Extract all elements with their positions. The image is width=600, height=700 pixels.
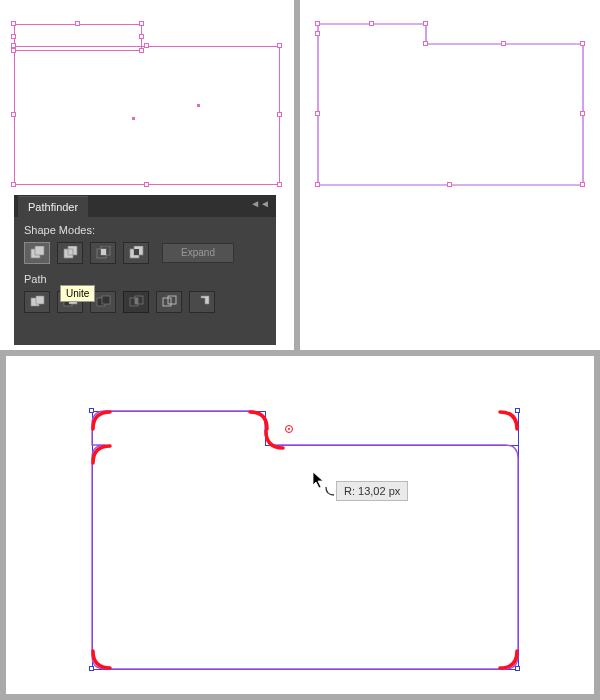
svg-rect-17 — [163, 298, 171, 306]
pathfinders-row — [14, 289, 276, 319]
exclude-button[interactable] — [123, 242, 149, 264]
shape-modes-row: Expand — [14, 240, 276, 270]
minus-back-icon — [195, 295, 210, 310]
svg-rect-16 — [135, 298, 138, 304]
anchor-point[interactable] — [139, 21, 144, 26]
large-rectangle-shape[interactable] — [14, 46, 280, 185]
crop-button[interactable] — [123, 291, 149, 313]
anchor-point[interactable] — [423, 21, 428, 26]
cursor — [312, 471, 326, 493]
merge-icon — [96, 295, 111, 310]
minus-front-icon — [63, 246, 78, 261]
anchor-point[interactable] — [11, 48, 16, 53]
selection-handle[interactable] — [515, 666, 520, 671]
cursor-arc-icon — [324, 485, 336, 499]
anchor-point[interactable] — [369, 21, 374, 26]
unite-icon — [30, 246, 45, 261]
outline-icon — [162, 295, 177, 310]
anchor-point[interactable] — [315, 31, 320, 36]
anchor-point[interactable] — [580, 111, 585, 116]
crop-icon — [129, 295, 144, 310]
unite-button[interactable] — [24, 242, 50, 264]
anchor-point[interactable] — [277, 112, 282, 117]
artboard-left[interactable] — [14, 24, 280, 185]
anchor-point[interactable] — [11, 21, 16, 26]
exclude-icon — [129, 246, 144, 261]
selection-handle[interactable] — [515, 408, 520, 413]
svg-rect-1 — [35, 246, 44, 255]
expand-button[interactable]: Expand — [162, 243, 234, 263]
svg-rect-18 — [168, 296, 176, 304]
anchor-point[interactable] — [11, 182, 16, 187]
intersect-button[interactable] — [90, 242, 116, 264]
anchor-point[interactable] — [277, 43, 282, 48]
anchor-point[interactable] — [501, 41, 506, 46]
anchor-point[interactable] — [75, 21, 80, 26]
svg-rect-7 — [134, 249, 139, 255]
corner-arc-tl — [90, 409, 118, 437]
corner-arc-tr — [492, 409, 520, 437]
top-right-pane — [300, 0, 594, 350]
anchor-point[interactable] — [11, 112, 16, 117]
anchor-point[interactable] — [11, 43, 16, 48]
svg-rect-13 — [102, 296, 110, 304]
pathfinder-panel: Pathfinder ◄◄ Shape Modes: Expand Path — [14, 195, 276, 345]
corner-arc-tl2 — [90, 443, 118, 471]
anchor-point[interactable] — [315, 182, 320, 187]
top-left-pane: Pathfinder ◄◄ Shape Modes: Expand Path — [0, 0, 300, 350]
shape-modes-label: Shape Modes: — [14, 217, 276, 240]
center-mark — [132, 117, 135, 120]
folder-outline — [90, 409, 520, 671]
panel-header: Pathfinder ◄◄ — [14, 195, 276, 217]
collapse-icon[interactable]: ◄◄ — [250, 198, 270, 209]
artboard-right[interactable] — [318, 24, 583, 186]
anchor-point[interactable] — [144, 182, 149, 187]
divide-button[interactable] — [24, 291, 50, 313]
svg-rect-4 — [101, 249, 106, 255]
intersect-icon — [96, 246, 111, 261]
bottom-canvas[interactable]: R: 13,02 px — [6, 356, 594, 694]
anchor-point[interactable] — [139, 48, 144, 53]
radius-tooltip: R: 13,02 px — [336, 481, 408, 501]
panel-tab[interactable]: Pathfinder — [18, 196, 88, 217]
center-mark — [197, 104, 200, 107]
selection-handle[interactable] — [89, 408, 94, 413]
anchor-point[interactable] — [139, 34, 144, 39]
minus-front-button[interactable] — [57, 242, 83, 264]
outline-button[interactable] — [156, 291, 182, 313]
small-rectangle-shape[interactable] — [14, 24, 142, 51]
anchor-point[interactable] — [580, 41, 585, 46]
anchor-point[interactable] — [423, 41, 428, 46]
minus-back-button[interactable] — [189, 291, 215, 313]
folder-path-shape[interactable] — [317, 23, 585, 188]
anchor-point[interactable] — [580, 182, 585, 187]
anchor-point[interactable] — [277, 182, 282, 187]
anchor-point[interactable] — [315, 111, 320, 116]
top-section: Pathfinder ◄◄ Shape Modes: Expand Path — [0, 0, 600, 350]
pathfinders-label: Path — [14, 270, 276, 289]
live-corner-widget[interactable] — [285, 425, 293, 433]
selection-handle[interactable] — [89, 666, 94, 671]
anchor-point[interactable] — [447, 182, 452, 187]
svg-rect-9 — [36, 296, 44, 304]
bottom-section: R: 13,02 px — [0, 350, 600, 700]
anchor-point[interactable] — [315, 21, 320, 26]
anchor-point[interactable] — [144, 43, 149, 48]
divide-icon — [30, 295, 45, 310]
anchor-point[interactable] — [11, 34, 16, 39]
unite-tooltip: Unite — [60, 285, 95, 302]
corner-arc-bl — [90, 643, 118, 671]
